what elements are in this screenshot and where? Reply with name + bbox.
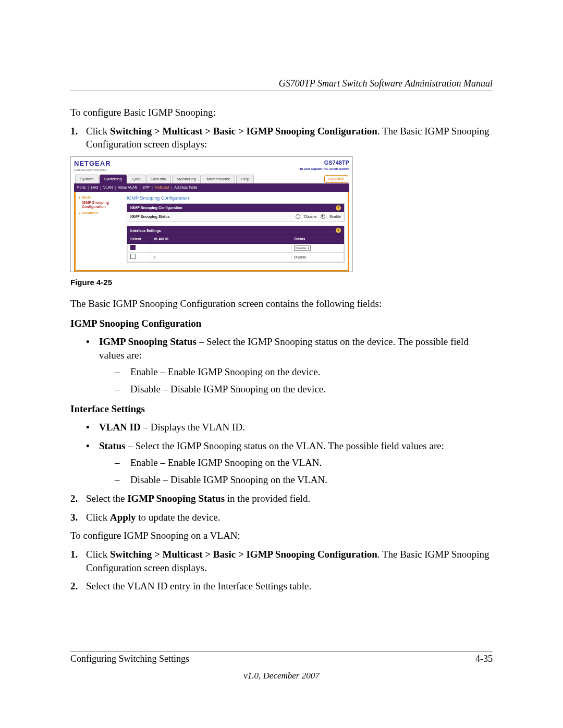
panel-igmp-config: IGMP Snooping Configuration ? IGMP Snoop…	[127, 203, 345, 221]
tab-monitoring[interactable]: Monitoring	[172, 175, 201, 184]
th-vlan: VLAN ID	[151, 235, 291, 243]
device-model: GS748TP	[299, 159, 349, 167]
text-vlanid: – Displays the VLAN ID.	[141, 422, 245, 433]
opt-disable-label: Disable	[304, 214, 316, 219]
step-2-post: in the provided field.	[225, 493, 310, 504]
table-row: Disable	[128, 243, 344, 252]
footer-section: Configuring Switching Settings	[70, 653, 189, 664]
status-label: IGMP Snooping Status	[130, 214, 296, 219]
help-icon[interactable]: ?	[336, 228, 341, 233]
tab-qos[interactable]: QoS	[128, 175, 145, 184]
term-status: Status	[99, 440, 126, 451]
radio-disable[interactable]	[296, 214, 300, 219]
list-item: Status – Select the IGMP Snooping status…	[70, 439, 493, 487]
tab-switching[interactable]: Switching	[100, 175, 127, 184]
row-checkbox-header[interactable]	[130, 245, 136, 250]
th-select: Select	[128, 235, 151, 243]
panel2-title: Interface Settings	[130, 228, 161, 233]
panel-interface-settings: Interface Settings ? Select VLAN ID Stat…	[127, 226, 345, 262]
vstep-2: 2. Select the VLAN ID entry in the Inter…	[70, 579, 493, 593]
step-1-number: 1.	[70, 125, 78, 138]
step-2-bold: IGMP Snooping Status	[127, 493, 225, 504]
subnav-vlan[interactable]: VLAN	[103, 185, 113, 190]
help-icon[interactable]: ?	[336, 205, 341, 211]
interface-table: Select VLAN ID Status Disable	[127, 235, 344, 262]
content-title: IGMP Snooping Configuration	[127, 195, 345, 201]
row-checkbox[interactable]	[130, 254, 136, 259]
subnav: Ports| LAG| VLAN| Voice VLAN| STP| Multi…	[74, 183, 349, 191]
cell-vlanid: 1	[151, 253, 291, 262]
list-item: IGMP Snooping Status – Select the IGMP S…	[70, 335, 493, 396]
vstep-2-text: Select the VLAN ID entry in the Interfac…	[86, 581, 311, 591]
step-1: 1. Click Switching > Multicast > Basic >…	[70, 125, 493, 151]
table-row[interactable]: 1 Disable	[128, 253, 344, 262]
footer-version: v1.0, December 2007	[70, 671, 493, 681]
step-3: 3. Click Apply to update the device.	[70, 511, 493, 524]
subnav-stp[interactable]: STP	[142, 185, 150, 190]
footer-page: 4-35	[475, 653, 493, 664]
list-item: VLAN ID – Displays the VLAN ID.	[70, 421, 493, 434]
step-3-number: 3.	[70, 511, 78, 524]
vstep-1-path: Switching > Multicast > Basic > IGMP Sno…	[110, 549, 377, 560]
subnav-voicevlan[interactable]: Voice VLAN	[118, 185, 137, 190]
heading-interface-settings: Interface Settings	[70, 402, 493, 416]
dash-item: Enable – Enable IGMP Snooping on the VLA…	[99, 456, 493, 470]
tab-system[interactable]: System	[75, 175, 99, 184]
tab-security[interactable]: Security	[146, 175, 171, 184]
step-3-bold: Apply	[110, 512, 136, 523]
logout-button[interactable]: LOGOUT	[324, 175, 348, 183]
subnav-lag[interactable]: LAG	[91, 185, 98, 190]
step-2-pre: Select the	[86, 493, 127, 504]
vlan-intro-text: To configure IGMP Snooping on a VLAN:	[70, 529, 493, 542]
dash-item: Enable – Enable IGMP Snooping on the dev…	[99, 365, 493, 379]
dash-item: Disable – Disable IGMP Snooping on the d…	[99, 382, 493, 396]
sidenav-advanced[interactable]: ▸ Advanced	[79, 211, 121, 215]
figure-caption: Figure 4-25	[70, 277, 493, 288]
tab-maintenance[interactable]: Maintenance	[202, 175, 235, 184]
step-1-path: Switching > Multicast > Basic > IGMP Sno…	[110, 126, 377, 137]
intro-text: To configure Basic IGMP Snooping:	[70, 106, 493, 119]
subnav-multicast[interactable]: Multicast	[155, 185, 169, 190]
step-1-pre: Click	[86, 126, 110, 137]
vstep-2-number: 2.	[70, 579, 78, 593]
after-figure-text: The Basic IGMP Snooping Configuration sc…	[70, 297, 493, 311]
th-status: Status	[291, 235, 344, 243]
cell-status: Disable	[291, 253, 344, 262]
subnav-ports[interactable]: Ports	[77, 185, 85, 190]
status-dropdown[interactable]: Disable	[294, 245, 311, 251]
term-igmp-status: IGMP Snooping Status	[99, 336, 197, 347]
panel1-title: IGMP Snooping Configuration	[130, 205, 182, 210]
sidenav-basic[interactable]: ▾ Basic	[79, 195, 121, 200]
step-3-post: to update the device.	[136, 512, 221, 523]
heading-igmp-config: IGMP Snooping Configuration	[70, 317, 493, 330]
step-2: 2. Select the IGMP Snooping Status in th…	[70, 492, 493, 505]
dash-item: Disable – Disable IGMP Snooping on the V…	[99, 473, 493, 487]
term-vlanid: VLAN ID	[99, 422, 141, 433]
step-2-number: 2.	[70, 492, 78, 505]
vstep-1-pre: Click	[86, 549, 110, 560]
vstep-1-number: 1.	[70, 548, 78, 561]
tab-help[interactable]: Help	[236, 175, 254, 184]
brand-logo: NETGEAR	[74, 159, 111, 168]
page-header: GS700TP Smart Switch Software Administra…	[70, 78, 493, 91]
device-model-desc: 48-port Gigabit PoE Smart Switch	[299, 167, 349, 171]
opt-enable-label: Enable	[329, 214, 341, 219]
embedded-screenshot: NETGEAR Connect with Innovation GS748TP …	[70, 156, 353, 272]
sidenav-igmp-config[interactable]: IGMP Snooping Configuration	[82, 201, 121, 208]
step-3-pre: Click	[86, 512, 110, 523]
subnav-addresstable[interactable]: Address Table	[174, 185, 197, 190]
text-status: – Select the IGMP Snooping status on the…	[126, 440, 444, 451]
brand-tagline: Connect with Innovation	[74, 168, 111, 172]
radio-enable[interactable]	[321, 214, 325, 219]
vstep-1: 1. Click Switching > Multicast > Basic >…	[70, 548, 493, 574]
